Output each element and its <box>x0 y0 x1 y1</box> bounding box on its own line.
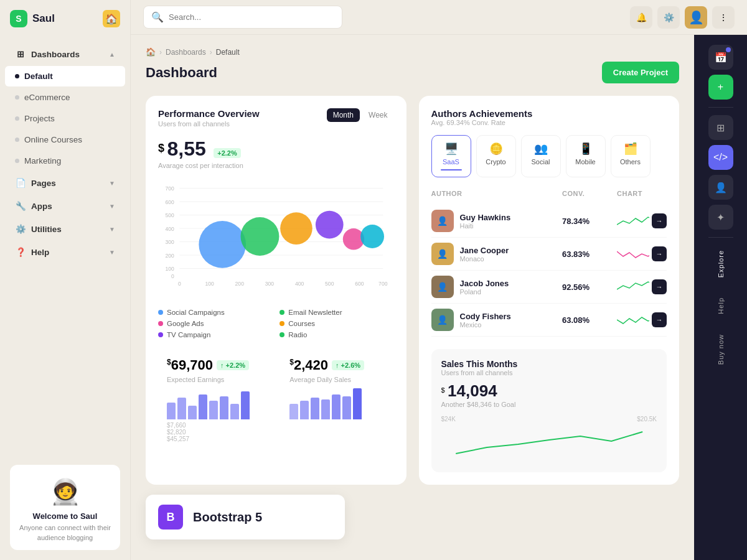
legend-dot-radio <box>280 332 284 337</box>
rp-buy-label[interactable]: Buy now <box>717 329 725 370</box>
tab-social[interactable]: 👥 Social <box>521 135 561 177</box>
chart-legend: Social Campaigns Email Newsletter Google… <box>158 309 394 338</box>
legend-social-campaigns: Social Campaigns <box>158 309 272 316</box>
settings-button[interactable]: ⚙️ <box>657 6 680 29</box>
view-button-guy[interactable]: → <box>652 213 667 228</box>
author-name-jacob: Jacob Jones <box>460 279 509 288</box>
svg-point-24 <box>240 217 279 256</box>
sidebar: S Saul 🏠 ⊞ Dashboards ▲ Default eCommerc… <box>0 0 131 560</box>
apps-chevron-icon: ▼ <box>109 203 115 210</box>
topbar-right: 🔔 ⚙️ 👤 ⋮ <box>630 6 735 29</box>
metric-value: $ 8,55 +2.2% <box>158 147 241 157</box>
svg-text:100: 100 <box>165 266 174 272</box>
svg-point-26 <box>316 211 344 239</box>
sidebar-item-online-courses[interactable]: Online Courses <box>5 129 125 150</box>
authors-title-group: Authors Achievements Avg. 69.34% Conv. R… <box>431 108 533 126</box>
author-name-jane: Jane Cooper <box>460 246 509 255</box>
sales-currency: $ <box>441 386 445 394</box>
sidebar-item-ecommerce[interactable]: eCommerce <box>5 87 125 108</box>
page-header: Dashboard Create Project <box>146 62 679 83</box>
tab-mobile[interactable]: 📱 Mobile <box>566 135 606 177</box>
crypto-icon: 🪙 <box>489 142 503 156</box>
rp-add-button[interactable]: + <box>708 75 733 100</box>
svg-text:300: 300 <box>165 239 174 245</box>
author-chart-cody: → <box>617 312 667 327</box>
sales-value: 14,094 <box>448 381 497 400</box>
user-avatar[interactable]: 👤 <box>685 6 707 29</box>
sidebar-section-apps[interactable]: 🔧 Apps ▼ <box>5 195 125 217</box>
legend-label-email: Email Newsletter <box>288 309 342 316</box>
breadcrumb-sep-1: › <box>159 48 162 57</box>
tab-mobile-label: Mobile <box>575 158 595 166</box>
author-country-jane: Monaco <box>460 255 509 263</box>
svg-text:500: 500 <box>165 212 174 218</box>
earnings-label: Expected Earnings <box>167 376 262 383</box>
svg-text:700: 700 <box>378 281 388 287</box>
nav-label-projects: Projects <box>24 114 55 123</box>
sales-title: Sales This Months <box>441 359 657 369</box>
period-month-button[interactable]: Month <box>327 108 360 122</box>
category-tabs: 🖥️ SaaS 🪙 Crypto 👥 Social <box>431 135 667 177</box>
legend-dot-tv <box>158 332 163 337</box>
legend-label-social: Social Campaigns <box>167 309 225 316</box>
author-name-guy: Guy Hawkins <box>460 213 511 222</box>
bootstrap-text: Bootstrap 5 <box>193 510 262 525</box>
utilities-icon: ⚙️ <box>15 223 26 235</box>
rp-help-label[interactable]: Help <box>717 292 725 319</box>
authors-header: Authors Achievements Avg. 69.34% Conv. R… <box>431 108 667 126</box>
bootstrap-badge: B Bootstrap 5 <box>146 495 345 539</box>
breadcrumb-dashboards[interactable]: Dashboards <box>166 48 206 57</box>
view-button-jacob[interactable]: → <box>652 279 667 294</box>
sidebar-nav: ⊞ Dashboards ▲ Default eCommerce Project… <box>0 37 130 455</box>
legend-dot-social <box>158 310 163 315</box>
view-button-cody[interactable]: → <box>652 312 667 327</box>
tab-crypto[interactable]: 🪙 Crypto <box>476 135 516 177</box>
sidebar-item-projects[interactable]: Projects <box>5 108 125 129</box>
legend-label-courses: Courses <box>288 320 315 327</box>
author-info-jane: 👤 Jane Cooper Monaco <box>431 243 558 265</box>
author-info-jacob: 👤 Jacob Jones Poland <box>431 276 558 298</box>
sidebar-header: S Saul 🏠 <box>0 0 130 37</box>
tab-others[interactable]: 🗂️ Others <box>611 135 651 177</box>
legend-google-ads: Google Ads <box>158 320 272 327</box>
sidebar-section-pages[interactable]: 📄 Pages ▼ <box>5 172 125 194</box>
menu-button[interactable]: ⋮ <box>712 6 735 29</box>
metric-badge: +2.2% <box>214 148 241 158</box>
sidebar-section-utilities[interactable]: ⚙️ Utilities ▼ <box>5 218 125 240</box>
home-icon[interactable]: 🏠 <box>146 47 156 57</box>
create-project-button[interactable]: Create Project <box>602 62 679 83</box>
earnings-stat: $69,700 ↑ +2.2% Expected Earnings <box>158 348 271 451</box>
legend-label-tv: TV Campaign <box>167 331 210 338</box>
sidebar-toggle-button[interactable]: 🏠 <box>103 10 120 27</box>
apps-label: Apps <box>31 202 52 211</box>
rp-code-button[interactable]: </> <box>708 145 733 170</box>
author-conv-cody: 63.08% <box>562 315 612 325</box>
metric-label: Avarage cost per interaction <box>158 162 394 169</box>
sidebar-item-marketing[interactable]: Marketing <box>5 151 125 171</box>
mobile-icon: 📱 <box>579 142 593 156</box>
tab-saas[interactable]: 🖥️ SaaS <box>431 135 471 177</box>
rp-grid-button[interactable]: ⊞ <box>708 115 733 140</box>
author-country-jacob: Poland <box>460 288 509 296</box>
view-button-jane[interactable]: → <box>652 246 667 261</box>
rp-calendar-button[interactable]: 📅 <box>708 45 733 70</box>
notifications-button[interactable]: 🔔 <box>630 6 652 29</box>
nav-dot-ecommerce <box>15 95 19 100</box>
help-icon: ❓ <box>15 246 26 258</box>
svg-text:500: 500 <box>325 281 334 287</box>
svg-point-25 <box>280 212 312 245</box>
author-conv-jane: 63.83% <box>562 250 612 259</box>
search-box[interactable]: 🔍 <box>143 6 342 29</box>
period-week-button[interactable]: Week <box>362 108 393 122</box>
sidebar-section-help[interactable]: ❓ Help ▼ <box>5 241 125 263</box>
search-input[interactable] <box>169 12 334 22</box>
sidebar-item-default[interactable]: Default <box>5 66 125 86</box>
rp-user-button[interactable]: 👤 <box>708 175 733 200</box>
content-area: 🏠 › Dashboards › Default Dashboard Creat… <box>131 35 747 560</box>
rp-explore-label[interactable]: Explore <box>717 245 725 282</box>
rp-settings-button[interactable]: ✦ <box>708 205 733 230</box>
author-details-jacob: Jacob Jones Poland <box>460 279 509 296</box>
saas-icon: 🖥️ <box>444 142 458 156</box>
tab-saas-label: SaaS <box>443 158 459 166</box>
sidebar-section-dashboards[interactable]: ⊞ Dashboards ▲ <box>5 43 125 65</box>
